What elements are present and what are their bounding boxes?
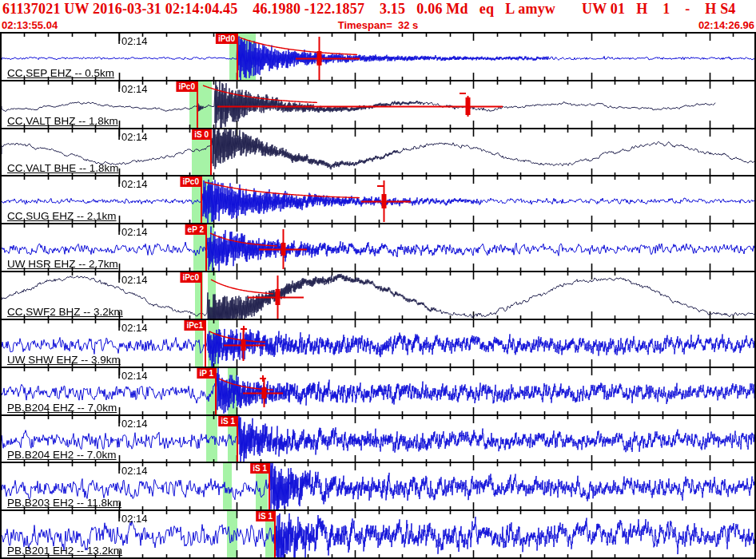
trace-row: 02:14iPc1UW SHW EHZ -- 3.9km bbox=[2, 320, 754, 368]
trace-time-label: 02:14 bbox=[121, 83, 148, 95]
trace-row: 02:14eP 2UW HSR EHZ -- 2.7km bbox=[2, 224, 754, 272]
trace-time-label: 02:14 bbox=[121, 418, 148, 430]
pick-label-flag[interactable]: iPc0 bbox=[176, 81, 197, 92]
trace-row: 02:14iPc0CC.SUG EHZ -- 2.1km bbox=[2, 176, 754, 224]
pick-label-flag[interactable]: iS 1 bbox=[250, 463, 269, 474]
trace-row: 02:14iS 1PB.B204 EH2 -- 7.0km bbox=[2, 416, 754, 464]
pick-label-flag[interactable]: eP 2 bbox=[185, 224, 206, 235]
station-channel-label: PB.B204 EHZ -- 7.0km bbox=[7, 402, 117, 414]
waveform-canvas[interactable] bbox=[2, 34, 754, 80]
timespan-label: Timespan= 32 s bbox=[0, 19, 756, 31]
trace-row: 02:14iS 1PB.B201 EH2 -- 13.2km bbox=[2, 511, 754, 559]
trace-row: 02:14iS 1PB.B203 EH2 -- 11.8km bbox=[2, 463, 754, 511]
seismic-picker-window: 61137021 UW 2016-03-31 02:14:04.45 46.19… bbox=[0, 0, 756, 559]
event-header: 61137021 UW 2016-03-31 02:14:04.45 46.19… bbox=[0, 0, 756, 32]
pick-label-flag[interactable]: iPd0 bbox=[216, 34, 237, 44]
station-channel-label: CC.VALT BHE -- 1.8km bbox=[7, 162, 119, 174]
station-channel-label: PB.B201 EH2 -- 13.2km bbox=[7, 545, 122, 557]
pick-label-flag[interactable]: iS 1 bbox=[256, 511, 275, 521]
event-summary-line: 61137021 UW 2016-03-31 02:14:04.45 46.19… bbox=[2, 1, 756, 18]
trace-time-label: 02:14 bbox=[121, 274, 148, 286]
trace-time-label: 02:14 bbox=[121, 35, 148, 47]
pick-label-flag[interactable]: iS 0 bbox=[192, 129, 211, 140]
trace-row: 02:14iS 0CC.VALT BHE -- 1.8km bbox=[2, 129, 754, 177]
trace-time-label: 02:14 bbox=[121, 465, 148, 477]
pick-label-flag[interactable]: iPc0 bbox=[180, 176, 201, 187]
station-channel-label: UW HSR EHZ -- 2.7km bbox=[7, 258, 118, 270]
trace-row: 02:14iPc0CC.SWF2 BHZ -- 3.2km bbox=[2, 272, 754, 320]
station-channel-label: CC.SUG EHZ -- 2.1km bbox=[7, 210, 117, 222]
trace-row: 02:14iPd0CC.SEP EHZ -- 0.5km bbox=[2, 34, 754, 81]
pick-label-flag[interactable]: iPc1 bbox=[184, 320, 205, 331]
station-channel-label: UW SHW EHZ -- 3.9km bbox=[7, 354, 121, 366]
trace-row: 02:14iP 1PB.B204 EHZ -- 7.0km bbox=[2, 368, 754, 416]
station-channel-label: CC.SWF2 BHZ -- 3.2km bbox=[7, 306, 123, 318]
pick-label-flag[interactable]: iS 1 bbox=[218, 416, 237, 426]
trace-time-label: 02:14 bbox=[121, 178, 148, 190]
trace-plot-area: 02:14iPd0CC.SEP EHZ -- 0.5km02:14iPc0CC.… bbox=[0, 32, 756, 559]
station-channel-label: PB.B203 EH2 -- 11.8km bbox=[7, 497, 121, 509]
trace-time-label: 02:14 bbox=[121, 370, 148, 382]
window-end-time: 02:14:26.96 bbox=[698, 19, 754, 31]
station-channel-label: CC.SEP EHZ -- 0.5km bbox=[7, 67, 114, 79]
pick-label-flag[interactable]: iP 1 bbox=[197, 368, 216, 379]
trace-time-label: 02:14 bbox=[121, 226, 148, 238]
trace-time-label: 02:14 bbox=[121, 322, 148, 334]
station-channel-label: PB.B204 EH2 -- 7.0km bbox=[7, 449, 117, 461]
trace-time-label: 02:14 bbox=[121, 131, 148, 143]
trace-row: 02:14iPc0CC.VALT BHZ -- 1.8km bbox=[2, 81, 754, 129]
pick-label-flag[interactable]: iPc0 bbox=[180, 272, 201, 283]
station-channel-label: CC.VALT BHZ -- 1.8km bbox=[7, 115, 118, 127]
trace-time-label: 02:14 bbox=[121, 513, 148, 525]
